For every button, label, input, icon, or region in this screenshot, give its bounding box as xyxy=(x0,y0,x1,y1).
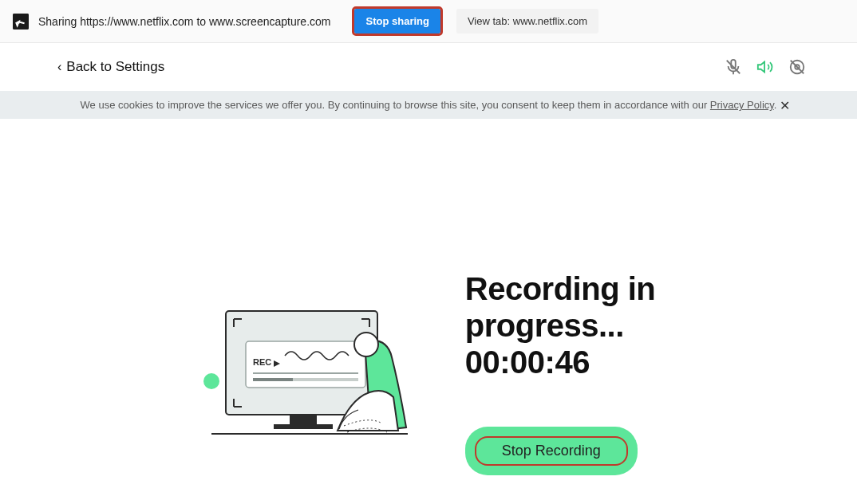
svg-rect-16 xyxy=(274,424,333,429)
stop-recording-button[interactable]: Stop Recording xyxy=(465,427,638,475)
screen-share-bar: Sharing https://www.netflix.com to www.s… xyxy=(0,0,857,43)
back-to-settings-link[interactable]: ‹ Back to Settings xyxy=(57,59,164,75)
svg-rect-15 xyxy=(290,415,317,424)
screen-share-icon xyxy=(13,14,29,30)
recording-heading: Recording in progress... 00:00:46 xyxy=(465,270,655,380)
svg-point-6 xyxy=(203,373,219,389)
recording-main: REC Recording in progress... 00:00:46 xyxy=(0,119,857,475)
cookie-notice: We use cookies to improve the services w… xyxy=(0,91,857,119)
cookie-text-after: . xyxy=(774,99,777,111)
microphone-off-icon[interactable] xyxy=(725,58,742,76)
screen-share-text: Sharing https://www.netflix.com to www.s… xyxy=(38,15,330,28)
stop-recording-label: Stop Recording xyxy=(465,427,638,475)
heading-line-1: Recording in xyxy=(465,271,655,306)
header-icons xyxy=(725,58,806,76)
svg-rect-0 xyxy=(13,14,29,30)
camera-off-icon[interactable] xyxy=(788,58,806,76)
view-tab-button[interactable]: View tab: www.netflix.com xyxy=(456,9,598,33)
svg-marker-2 xyxy=(758,62,764,73)
heading-line-2: progress... xyxy=(465,308,624,343)
recording-timer: 00:00:46 xyxy=(465,345,590,380)
svg-rect-14 xyxy=(253,378,293,381)
privacy-policy-link[interactable]: Privacy Policy xyxy=(710,99,774,111)
recording-status: Recording in progress... 00:00:46 Stop R… xyxy=(465,270,655,475)
chevron-left-icon: ‹ xyxy=(57,61,61,73)
close-icon[interactable]: ✕ xyxy=(780,97,790,112)
stop-sharing-button[interactable]: Stop sharing xyxy=(354,9,440,33)
app-header: ‹ Back to Settings xyxy=(0,43,857,91)
svg-point-17 xyxy=(354,333,378,356)
back-label: Back to Settings xyxy=(66,59,164,75)
recording-illustration: REC xyxy=(202,293,417,453)
cookie-text-before: We use cookies to improve the services w… xyxy=(81,99,710,111)
svg-text:REC: REC xyxy=(253,357,271,367)
cookie-text: We use cookies to improve the services w… xyxy=(81,99,777,111)
sound-on-icon[interactable] xyxy=(756,58,774,76)
